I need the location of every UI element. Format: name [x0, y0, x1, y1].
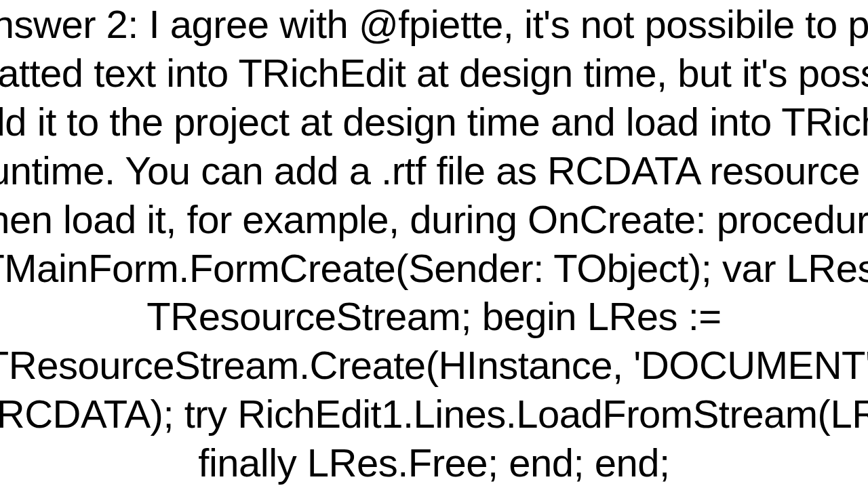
document-text: Answer 2: I agree with @fpiette, it's no…: [0, 0, 868, 487]
